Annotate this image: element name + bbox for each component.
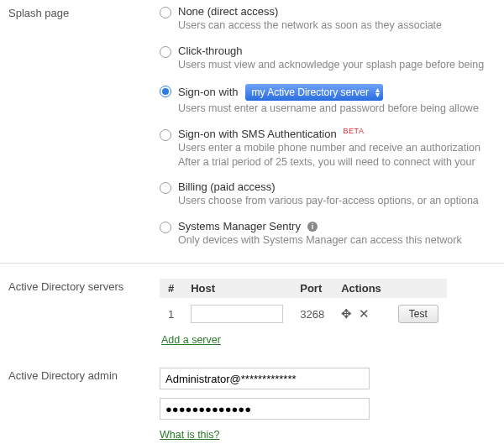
option-click-title: Click-through: [178, 44, 496, 57]
th-host: Host: [182, 279, 291, 299]
option-click-through[interactable]: Click-through Users must view and acknow…: [160, 44, 496, 72]
th-num: #: [160, 279, 182, 299]
chevron-updown-icon: ▴▾: [375, 87, 380, 97]
option-sms-title: Sign-on with SMS Authentication: [178, 128, 337, 140]
radio-none[interactable]: [160, 7, 171, 18]
ad-admin-password[interactable]: [160, 398, 370, 420]
host-input[interactable]: [191, 305, 283, 323]
splash-page-label: Splash page: [8, 5, 160, 19]
beta-badge: BETA: [344, 127, 365, 135]
option-none[interactable]: None (direct access) Users can access th…: [160, 5, 496, 33]
table-row: 1 3268 ✥ ✕ Test: [160, 299, 447, 328]
info-icon[interactable]: i: [307, 222, 318, 232]
ad-servers-label: Active Directory servers: [8, 279, 160, 293]
delete-icon[interactable]: ✕: [359, 306, 371, 321]
option-billing-desc: Users choose from various pay-for-access…: [178, 194, 496, 208]
option-sms-desc: Users enter a mobile phone number and re…: [178, 141, 496, 170]
option-none-desc: Users can access the network as soon as …: [178, 18, 496, 33]
option-click-desc: Users must view and acknowledge your spl…: [178, 58, 496, 72]
add-server-link[interactable]: Add a server: [161, 334, 221, 346]
radio-click-through[interactable]: [160, 46, 171, 58]
option-sentry-title: Systems Manager Sentry: [178, 220, 301, 232]
option-billing-title: Billing (paid access): [178, 180, 496, 193]
what-is-this-link[interactable]: What is this?: [160, 429, 220, 441]
signon-server-select[interactable]: my Active Directory server ▴▾: [245, 84, 383, 101]
option-signon[interactable]: Sign-on with my Active Directory server …: [160, 84, 496, 116]
th-actions: Actions: [333, 279, 390, 299]
row-port: 3268: [291, 299, 333, 328]
option-sentry[interactable]: Systems Manager Sentry i Only devices wi…: [160, 220, 496, 248]
signon-server-value: my Active Directory server: [252, 86, 369, 99]
radio-sentry[interactable]: [160, 222, 171, 233]
ad-admin-label: Active Directory admin: [8, 368, 160, 382]
radio-signon[interactable]: [160, 86, 171, 97]
option-billing[interactable]: Billing (paid access) Users choose from …: [160, 180, 496, 208]
radio-sms[interactable]: [160, 129, 171, 141]
divider: [0, 263, 504, 264]
test-button[interactable]: Test: [398, 305, 438, 323]
radio-billing[interactable]: [160, 182, 171, 194]
option-sentry-desc: Only devices with Systems Manager can ac…: [178, 233, 496, 248]
th-port: Port: [291, 279, 333, 299]
option-signon-desc: Users must enter a username and password…: [178, 102, 496, 116]
ad-servers-table: # Host Port Actions 1 3268 ✥ ✕ Test: [160, 279, 447, 328]
move-icon[interactable]: ✥: [341, 306, 354, 321]
ad-admin-username[interactable]: [160, 368, 370, 389]
option-none-title: None (direct access): [178, 5, 496, 18]
row-num: 1: [160, 299, 182, 328]
option-signon-title: Sign-on with: [178, 86, 239, 98]
option-sms[interactable]: Sign-on with SMS Authentication BETA Use…: [160, 128, 496, 170]
